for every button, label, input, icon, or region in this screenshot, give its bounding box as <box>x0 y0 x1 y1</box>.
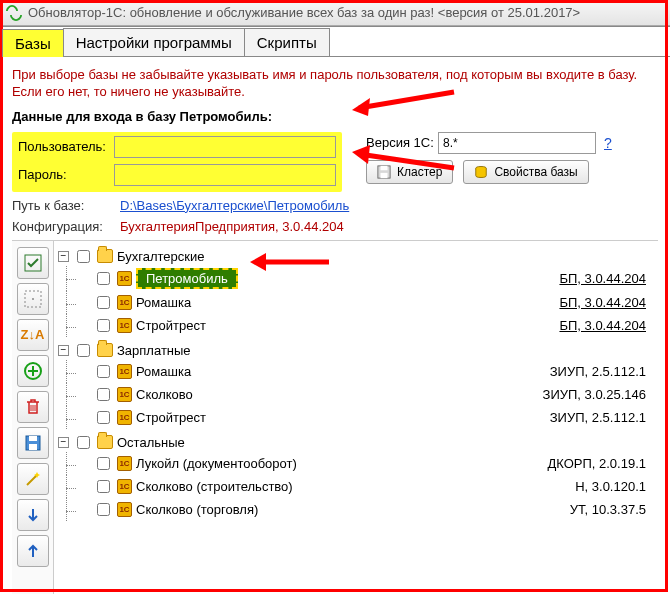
tree-db-version: БП, 3.0.44.204 <box>559 271 646 286</box>
password-label: Пароль: <box>18 167 114 182</box>
tree-db-label[interactable]: Петромобиль <box>136 268 238 289</box>
tab-scripts[interactable]: Скрипты <box>244 28 330 56</box>
svg-rect-9 <box>29 436 37 441</box>
db-props-button-label: Свойства базы <box>494 165 577 179</box>
toolbar-check-button[interactable] <box>17 247 49 279</box>
tab-bases[interactable]: Базы <box>2 29 64 57</box>
tree-expander[interactable]: − <box>58 437 69 448</box>
tree-db-label[interactable]: Ромашка <box>136 364 191 379</box>
tree-db-label[interactable]: Лукойл (документооборот) <box>136 456 297 471</box>
tree-db-version: ЗИУП, 3.0.25.146 <box>543 387 646 402</box>
tree-db-label[interactable]: Сколково (строительство) <box>136 479 293 494</box>
tab-settings[interactable]: Настройки программы <box>63 28 245 56</box>
tree-db-version: БП, 3.0.44.204 <box>559 318 646 333</box>
tree-checkbox[interactable] <box>97 411 110 424</box>
tree-folder-label[interactable]: Остальные <box>117 435 185 450</box>
tree-db-label[interactable]: Сколково <box>136 387 193 402</box>
dots-icon <box>24 290 42 308</box>
version-label: Версия 1С: <box>366 135 438 150</box>
toolbar-sort-button[interactable]: Z↓A <box>17 319 49 351</box>
tree-expander[interactable]: − <box>58 251 69 262</box>
tree-db-version: Н, 3.0.120.1 <box>575 479 646 494</box>
db-icon: 1C <box>117 479 132 494</box>
tree-folder-label[interactable]: Бухгалтерские <box>117 249 204 264</box>
folder-icon <box>97 249 113 263</box>
floppy-icon <box>377 165 391 179</box>
section-title: Данные для входа в базу Петромобиль: <box>12 109 658 124</box>
version-input[interactable] <box>438 132 596 154</box>
tree-checkbox[interactable] <box>97 272 110 285</box>
arrow-down-icon <box>24 506 42 524</box>
tree-checkbox[interactable] <box>97 365 110 378</box>
tree-db-label[interactable]: Стройтрест <box>136 318 206 333</box>
tree-checkbox[interactable] <box>77 250 90 263</box>
db-icon: 1C <box>117 456 132 471</box>
tree-db-version: ЗИУП, 2.5.112.1 <box>550 410 646 425</box>
toolbar-add-button[interactable] <box>17 355 49 387</box>
tree-db-version: ДКОРП, 2.0.19.1 <box>547 456 646 471</box>
wand-icon <box>24 470 42 488</box>
database-icon <box>474 165 488 179</box>
svg-rect-2 <box>381 173 388 178</box>
path-link[interactable]: D:\Bases\Бухгалтерские\Петромобиль <box>120 198 349 213</box>
toolbar-select-button[interactable] <box>17 283 49 315</box>
check-icon <box>24 254 42 272</box>
window-title: Обновлятор-1С: обновление и обслуживание… <box>28 5 580 20</box>
version-help-link[interactable]: ? <box>604 135 612 151</box>
db-icon: 1C <box>117 318 132 333</box>
db-icon: 1C <box>117 387 132 402</box>
svg-rect-10 <box>29 444 37 450</box>
db-icon: 1C <box>117 502 132 517</box>
tree-checkbox[interactable] <box>77 344 90 357</box>
password-input[interactable] <box>114 164 336 186</box>
path-label: Путь к базе: <box>12 198 120 213</box>
titlebar: Обновлятор-1С: обновление и обслуживание… <box>0 0 670 26</box>
trash-icon <box>24 398 42 416</box>
tree-db-version: ЗИУП, 2.5.112.1 <box>550 364 646 379</box>
toolbar-moveup-button[interactable] <box>17 535 49 567</box>
tree-checkbox[interactable] <box>97 457 110 470</box>
folder-icon <box>97 435 113 449</box>
tree-db-label[interactable]: Сколково (торговля) <box>136 502 258 517</box>
db-icon: 1C <box>117 295 132 310</box>
config-value: БухгалтерияПредприятия, 3.0.44.204 <box>120 219 344 234</box>
tab-bar: Базы Настройки программы Скрипты <box>0 27 670 57</box>
save-icon <box>24 434 42 452</box>
hint-text: При выборе базы не забывайте указывать и… <box>12 67 658 101</box>
tree-db-label[interactable]: Стройтрест <box>136 410 206 425</box>
db-icon: 1C <box>117 364 132 379</box>
tree-folder-label[interactable]: Зарплатные <box>117 343 191 358</box>
db-icon: 1C <box>117 271 132 286</box>
db-icon: 1C <box>117 410 132 425</box>
left-toolbar: Z↓A <box>12 241 54 594</box>
arrow-up-icon <box>24 542 42 560</box>
cluster-button-label: Кластер <box>397 165 442 179</box>
user-input[interactable] <box>114 136 336 158</box>
tree-checkbox[interactable] <box>97 388 110 401</box>
tree-checkbox[interactable] <box>97 296 110 309</box>
tree-db-label[interactable]: Ромашка <box>136 295 191 310</box>
toolbar-wand-button[interactable] <box>17 463 49 495</box>
tree-db-version: УТ, 10.3.37.5 <box>570 502 646 517</box>
svg-rect-1 <box>381 166 388 170</box>
tree-db-version: БП, 3.0.44.204 <box>559 295 646 310</box>
tree-expander[interactable]: − <box>58 345 69 356</box>
toolbar-movedown-button[interactable] <box>17 499 49 531</box>
db-props-button[interactable]: Свойства базы <box>463 160 588 184</box>
cluster-button[interactable]: Кластер <box>366 160 453 184</box>
app-refresh-icon <box>6 5 22 21</box>
user-label: Пользователь: <box>18 139 114 154</box>
tree-checkbox[interactable] <box>97 480 110 493</box>
tree-checkbox[interactable] <box>97 319 110 332</box>
tree-checkbox[interactable] <box>97 503 110 516</box>
toolbar-delete-button[interactable] <box>17 391 49 423</box>
svg-point-6 <box>32 298 34 300</box>
plus-icon <box>23 361 43 381</box>
db-tree[interactable]: −Бухгалтерские1CПетромобильБП, 3.0.44.20… <box>54 241 658 594</box>
config-label: Конфигурация: <box>12 219 120 234</box>
folder-icon <box>97 343 113 357</box>
tree-checkbox[interactable] <box>77 436 90 449</box>
toolbar-save-button[interactable] <box>17 427 49 459</box>
